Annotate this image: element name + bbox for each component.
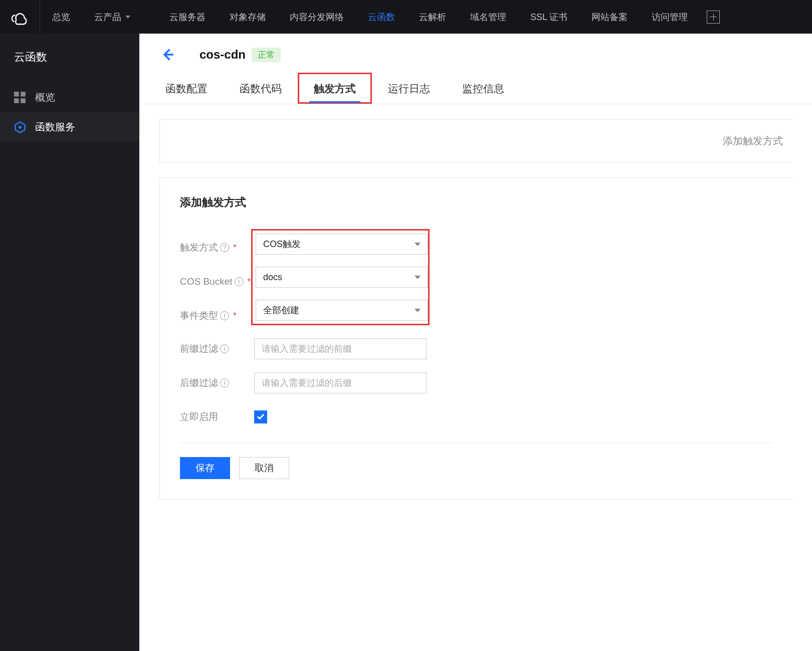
- main-content: cos-cdn 正常 函数配置 函数代码 触发方式 运行日志 监控信息 添加触发…: [139, 34, 812, 651]
- sidebar-item-functions[interactable]: 函数服务: [0, 112, 139, 142]
- form-title: 添加触发方式: [180, 195, 772, 210]
- sidebar: 云函数 概览 函数服务: [0, 34, 139, 651]
- tab-code[interactable]: 函数代码: [224, 73, 298, 104]
- grid-icon: [14, 92, 26, 104]
- enable-checkbox[interactable]: [254, 410, 267, 423]
- sidebar-title: 云函数: [0, 34, 139, 83]
- back-button[interactable]: [159, 47, 175, 63]
- cloud-logo-icon[interactable]: [0, 0, 40, 34]
- info-icon[interactable]: i: [235, 277, 244, 286]
- chevron-down-icon: [415, 309, 421, 312]
- nav-scf[interactable]: 云函数: [356, 0, 407, 34]
- nav-domain[interactable]: 域名管理: [458, 0, 518, 34]
- prefix-filter-label: 前缀过滤i: [180, 342, 254, 355]
- save-button[interactable]: 保存: [180, 457, 230, 479]
- nav-cdn[interactable]: 内容分发网络: [278, 0, 356, 34]
- enable-label: 立即启用: [180, 410, 254, 423]
- cancel-button[interactable]: 取消: [239, 457, 289, 479]
- form-actions: 保存 取消: [180, 457, 772, 479]
- tab-monitor[interactable]: 监控信息: [446, 73, 520, 104]
- suffix-filter-input[interactable]: [254, 372, 427, 393]
- hexagon-icon: [14, 121, 26, 133]
- nav-cos[interactable]: 对象存储: [218, 0, 278, 34]
- top-navbar: 总览 云产品 云服务器 对象存储 内容分发网络 云函数 云解析 域名管理 SSL…: [0, 0, 812, 34]
- tabs: 函数配置 函数代码 触发方式 运行日志 监控信息: [139, 73, 812, 104]
- svg-rect-2: [14, 98, 19, 103]
- nav-ssl[interactable]: SSL 证书: [518, 0, 579, 34]
- chevron-down-icon: [415, 243, 421, 246]
- svg-rect-3: [21, 98, 26, 103]
- triggers-placeholder-card: 添加触发方式: [159, 119, 792, 162]
- nav-products[interactable]: 云产品: [82, 0, 142, 34]
- divider: [180, 443, 772, 443]
- add-shortcut-button[interactable]: [707, 11, 720, 24]
- trigger-type-label: 触发方式?*: [180, 237, 254, 258]
- svg-point-5: [19, 126, 22, 129]
- page-header: cos-cdn 正常: [139, 34, 812, 73]
- info-icon[interactable]: i: [220, 344, 229, 353]
- chevron-down-icon: [415, 276, 421, 279]
- event-type-select[interactable]: 全部创建: [256, 300, 428, 321]
- nav-cvm[interactable]: 云服务器: [157, 0, 218, 34]
- tab-config[interactable]: 函数配置: [149, 73, 224, 104]
- event-type-label: 事件类型i*: [180, 305, 254, 326]
- placeholder-card-text: 添加触发方式: [723, 134, 783, 148]
- nav-dns[interactable]: 云解析: [407, 0, 458, 34]
- info-icon[interactable]: i: [220, 378, 229, 387]
- bucket-select[interactable]: docs: [256, 267, 428, 288]
- nav-cam[interactable]: 访问管理: [640, 0, 700, 34]
- sidebar-item-overview[interactable]: 概览: [0, 83, 139, 112]
- tab-logs[interactable]: 运行日志: [372, 73, 446, 104]
- sidebar-item-label: 概览: [35, 91, 55, 104]
- bucket-label: COS Bucketi*: [180, 271, 254, 292]
- function-name: cos-cdn: [199, 48, 246, 62]
- trigger-type-select[interactable]: COS触发: [256, 234, 428, 255]
- add-trigger-form: 添加触发方式 触发方式?* COS Bucketi* 事件类型i*: [159, 177, 792, 500]
- svg-rect-0: [14, 92, 19, 97]
- highlighted-field-group: COS触发 docs 全部创建: [251, 229, 430, 325]
- chevron-down-icon: [125, 16, 130, 19]
- prefix-filter-input[interactable]: [254, 338, 427, 359]
- suffix-filter-label: 后缀过滤i: [180, 376, 254, 389]
- status-badge: 正常: [252, 48, 281, 62]
- nav-overview[interactable]: 总览: [40, 0, 82, 34]
- help-icon[interactable]: ?: [220, 243, 229, 252]
- sidebar-item-label: 函数服务: [35, 120, 75, 134]
- info-icon[interactable]: i: [220, 311, 229, 320]
- tab-trigger[interactable]: 触发方式: [298, 73, 372, 104]
- svg-rect-1: [21, 92, 26, 97]
- nav-beian[interactable]: 网站备案: [579, 0, 640, 34]
